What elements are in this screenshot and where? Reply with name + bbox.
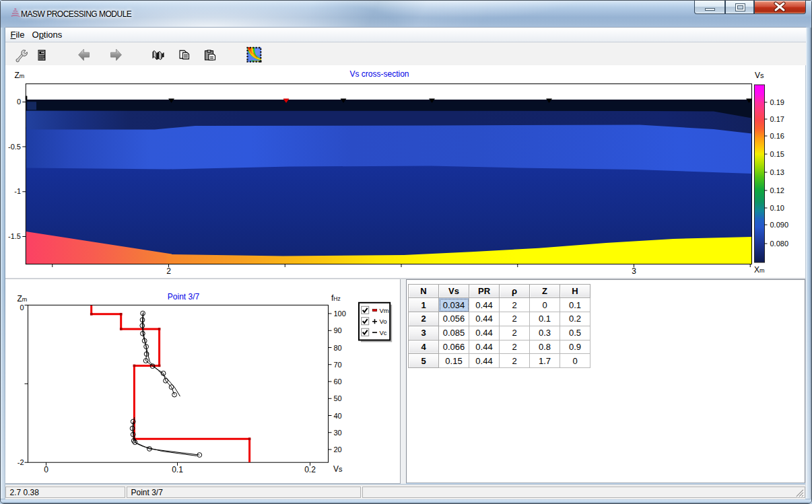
- svg-text:Zm: Zm: [14, 71, 24, 80]
- svg-text:Vo: Vo: [379, 318, 386, 325]
- svg-text:80: 80: [333, 344, 341, 352]
- svg-text:fHz: fHz: [331, 293, 341, 303]
- svg-text:30: 30: [333, 429, 341, 437]
- svg-text:Vs: Vs: [333, 464, 343, 474]
- svg-text:70: 70: [333, 361, 341, 369]
- svg-text:Point 3/7: Point 3/7: [167, 292, 199, 301]
- svg-text:0: 0: [44, 465, 48, 474]
- svg-text:90: 90: [333, 326, 341, 334]
- svg-text:0.10: 0.10: [770, 204, 784, 212]
- svg-text:Vs cross-section: Vs cross-section: [349, 69, 409, 79]
- svg-text:-2: -2: [17, 458, 24, 466]
- svg-text:-1.5: -1.5: [8, 232, 21, 240]
- svg-text:0.16: 0.16: [770, 132, 784, 140]
- svg-text:20: 20: [333, 445, 341, 454]
- svg-text:0: 0: [16, 98, 20, 106]
- svg-text:0.17: 0.17: [770, 115, 784, 123]
- svg-text:0.090: 0.090: [770, 221, 788, 229]
- svg-text:Vc: Vc: [379, 329, 386, 336]
- svg-text:40: 40: [333, 412, 341, 420]
- svg-text:2: 2: [166, 266, 171, 276]
- svg-text:0.080: 0.080: [770, 240, 788, 248]
- svg-text:3: 3: [632, 266, 636, 276]
- svg-text:-1: -1: [14, 187, 21, 195]
- svg-text:0.15: 0.15: [770, 150, 784, 158]
- svg-text:0.19: 0.19: [770, 98, 784, 106]
- svg-text:0.12: 0.12: [770, 186, 784, 194]
- svg-text:0.2: 0.2: [304, 465, 316, 474]
- svg-text:50: 50: [333, 394, 341, 402]
- svg-text:100: 100: [333, 310, 345, 318]
- svg-text:0: 0: [20, 303, 24, 312]
- svg-text:60: 60: [333, 377, 341, 386]
- svg-text:Zm: Zm: [17, 294, 27, 303]
- svg-text:-0.5: -0.5: [8, 143, 21, 151]
- svg-text:Xm: Xm: [754, 265, 765, 275]
- svg-text:0.13: 0.13: [770, 168, 784, 176]
- svg-text:Vs: Vs: [755, 71, 764, 80]
- svg-text:0.1: 0.1: [172, 465, 183, 474]
- svg-text:Vm: Vm: [379, 307, 388, 314]
